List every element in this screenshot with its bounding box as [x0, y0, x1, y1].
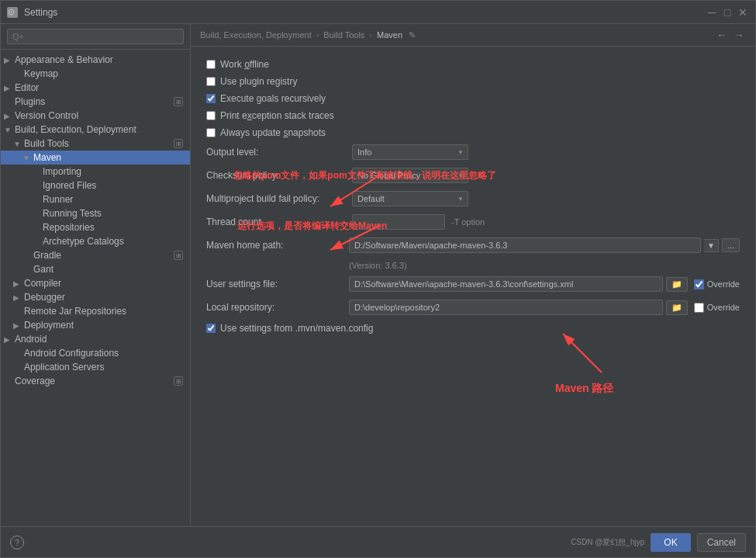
user-settings-browse-btn[interactable]: 📁: [666, 277, 688, 292]
local-repository-override-checkbox[interactable]: [694, 303, 704, 313]
bottom-right: CSDN @爱幻想_hjyp OK Cancel: [571, 533, 746, 552]
search-input[interactable]: [7, 29, 184, 44]
thread-hint: -T option: [451, 217, 485, 227]
expand-arrow: ▼: [13, 140, 22, 148]
title-bar: ⚙ Settings ─ □ ✕: [1, 1, 755, 24]
local-repository-override-row: Override: [694, 303, 740, 313]
sidebar-item-maven[interactable]: ▼ Maven: [1, 151, 190, 165]
breadcrumb-sep2: ›: [369, 30, 372, 40]
use-settings-label[interactable]: Use settings from .mvn/maven.config: [220, 323, 373, 334]
use-plugin-registry-label[interactable]: Use plugin registry: [220, 76, 297, 87]
app-icon: ⚙: [7, 7, 18, 18]
sidebar-item-label: Runner: [43, 194, 184, 205]
sidebar-item-repositories[interactable]: Repositories: [1, 220, 190, 234]
sidebar-item-label: Running Tests: [43, 208, 184, 219]
sidebar-item-keymap[interactable]: Keymap: [1, 67, 190, 81]
sidebar-item-appearance[interactable]: ▶ Appearance & Behavior: [1, 53, 190, 67]
sidebar-item-remote-jar[interactable]: Remote Jar Repositories: [1, 304, 190, 318]
multiproject-policy-select[interactable]: Default Fail at End Never Fail: [352, 191, 468, 206]
sidebar-item-gant[interactable]: Gant: [1, 262, 190, 276]
close-button[interactable]: ✕: [737, 6, 749, 19]
sidebar-item-importing[interactable]: Importing: [1, 165, 190, 178]
sidebar-item-version-control[interactable]: ▶ Version Control: [1, 109, 190, 123]
print-exception-checkbox[interactable]: [206, 111, 216, 120]
execute-goals-checkbox[interactable]: [206, 94, 216, 103]
sidebar-item-running-tests[interactable]: Running Tests: [1, 206, 190, 220]
use-plugin-registry-checkbox[interactable]: [206, 77, 216, 86]
user-settings-row: User settings file: 📁 Override: [206, 276, 740, 292]
ok-button[interactable]: OK: [651, 533, 690, 552]
thread-count-label: Thread count: [206, 217, 346, 227]
sidebar-item-label: Android: [15, 334, 184, 345]
maven-home-browse-btn[interactable]: ...: [722, 238, 740, 252]
sidebar-item-deployment[interactable]: ▶ Deployment: [1, 318, 190, 332]
breadcrumb-current: Maven: [377, 30, 402, 40]
thread-count-input[interactable]: [352, 214, 445, 230]
forward-button[interactable]: →: [732, 29, 746, 41]
local-repository-input[interactable]: [349, 300, 663, 315]
sidebar: ▶ Appearance & Behavior Keymap ▶ Editor …: [1, 24, 191, 526]
sidebar-item-debugger[interactable]: ▶ Debugger: [1, 290, 190, 304]
checksum-policy-select-wrapper: No Global Policy Fail Warn Ignore: [352, 168, 468, 183]
use-settings-checkbox[interactable]: [206, 324, 216, 333]
user-settings-input[interactable]: [349, 276, 663, 292]
sidebar-item-label: Repositories: [43, 222, 184, 233]
csdn-badge: CSDN @爱幻想_hjyp: [571, 537, 644, 548]
thread-count-row: Thread count -T option: [206, 214, 740, 230]
main-panel: Build, Execution, Deployment › Build Too…: [191, 24, 755, 526]
breadcrumb-path2: Build Tools: [323, 30, 364, 40]
breadcrumb-nav: ← →: [715, 29, 746, 41]
svg-line-8: [563, 334, 602, 373]
output-level-select[interactable]: Info Debug Quiet: [352, 144, 468, 160]
print-exception-label[interactable]: Print exception stack traces: [220, 110, 334, 121]
sidebar-item-android-configurations[interactable]: Android Configurations: [1, 346, 190, 360]
output-level-select-wrapper: Info Debug Quiet: [352, 144, 468, 160]
user-settings-override-row: Override: [694, 279, 740, 289]
sidebar-item-label: Archetype Catalogs: [43, 236, 184, 247]
sidebar-item-plugins[interactable]: Plugins ⊞: [1, 95, 190, 109]
sidebar-item-label: Version Control: [15, 110, 184, 121]
user-settings-override-checkbox[interactable]: [694, 279, 704, 289]
maven-home-dropdown-btn[interactable]: ▼: [704, 239, 719, 252]
work-offline-checkbox[interactable]: [206, 60, 216, 69]
maximize-button[interactable]: □: [721, 6, 734, 19]
sidebar-item-ignored-files[interactable]: Ignored Files: [1, 178, 190, 192]
execute-goals-label[interactable]: Execute goals recursively: [220, 93, 326, 104]
minimize-button[interactable]: ─: [706, 6, 718, 19]
always-update-checkbox[interactable]: [206, 128, 216, 137]
multiproject-policy-select-wrapper: Default Fail at End Never Fail: [352, 191, 468, 206]
local-repository-browse-btn[interactable]: 📁: [666, 300, 688, 315]
sidebar-item-coverage[interactable]: Coverage ⊞: [1, 374, 190, 388]
settings-body: Work offline Use plugin registry Execute…: [191, 47, 755, 526]
cancel-button[interactable]: Cancel: [697, 533, 746, 552]
sidebar-item-editor[interactable]: ▶ Editor: [1, 81, 190, 95]
sidebar-item-label: Application Servers: [24, 362, 184, 373]
sidebar-item-archetype-catalogs[interactable]: Archetype Catalogs: [1, 234, 190, 248]
sidebar-item-android[interactable]: ▶ Android: [1, 332, 190, 346]
sidebar-item-compiler[interactable]: ▶ Compiler: [1, 276, 190, 290]
always-update-label[interactable]: Always update snapshots: [220, 127, 326, 138]
multiproject-policy-label: Multiproject build fail policy:: [206, 193, 346, 204]
help-button[interactable]: ?: [10, 535, 24, 549]
sidebar-item-label: Plugins: [15, 96, 173, 107]
work-offline-label[interactable]: Work offline: [220, 59, 269, 70]
breadcrumb-sep1: ›: [316, 30, 319, 40]
local-repository-override-label[interactable]: Override: [707, 303, 740, 312]
sidebar-item-application-servers[interactable]: Application Servers: [1, 360, 190, 374]
back-button[interactable]: ←: [715, 29, 729, 41]
sidebar-item-build-tools[interactable]: ▼ Build Tools ⊞: [1, 137, 190, 151]
user-settings-override-label[interactable]: Override: [707, 279, 740, 289]
use-settings-row: Use settings from .mvn/maven.config: [206, 323, 740, 334]
sidebar-item-build-exec-deploy[interactable]: ▼ Build, Execution, Deployment: [1, 123, 190, 137]
expand-arrow: ▶: [13, 279, 22, 288]
sidebar-item-runner[interactable]: Runner: [1, 192, 190, 206]
sidebar-item-label: Build, Execution, Deployment: [15, 124, 184, 135]
search-box: [1, 24, 190, 50]
expand-arrow: ▶: [4, 112, 13, 120]
maven-home-label: Maven home path:: [206, 240, 346, 251]
checksum-policy-select[interactable]: No Global Policy Fail Warn Ignore: [352, 168, 468, 183]
output-level-label: Output level:: [206, 147, 346, 158]
output-level-row: Output level: Info Debug Quiet: [206, 144, 740, 160]
sidebar-item-gradle[interactable]: Gradle ⊞: [1, 248, 190, 262]
maven-home-input[interactable]: [349, 237, 701, 253]
